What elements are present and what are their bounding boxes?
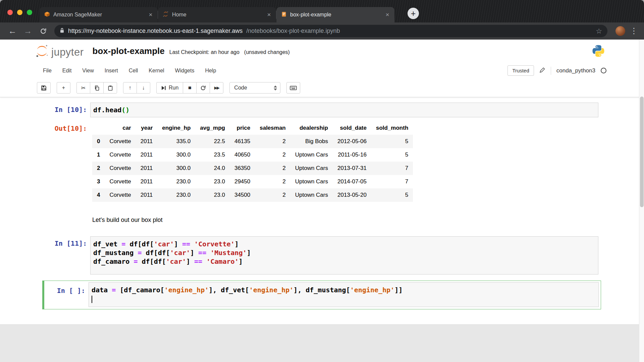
scrollbar-thumb[interactable] xyxy=(640,97,644,207)
tab-title: Amazon SageMaker xyxy=(53,12,144,18)
close-window-button[interactable] xyxy=(7,10,13,15)
jupyter-logo-text: jupyter xyxy=(51,46,84,58)
notebook-container: In [10]: df.head() Out[10]: caryearengin… xyxy=(0,97,644,324)
tab-amazon-sagemaker[interactable]: Amazon SageMaker × xyxy=(40,7,158,22)
save-button[interactable] xyxy=(37,82,51,94)
insert-cell-button[interactable]: + xyxy=(57,82,70,94)
menu-edit[interactable]: Edit xyxy=(57,68,77,74)
paste-cell-button[interactable] xyxy=(103,82,117,94)
code-cell-10[interactable]: In [10]: df.head() xyxy=(42,103,598,117)
browser-toolbar: ← → https://my-notebook-instance.noteboo… xyxy=(0,22,644,40)
tab-title: Home xyxy=(172,12,262,18)
tab-close-icon[interactable]: × xyxy=(147,11,154,18)
dataframe-table: caryearengine_hpavg_mpgpricesalesmandeal… xyxy=(92,121,413,202)
url-path-text: /notebooks/box-plot-example.ipynb xyxy=(246,27,340,35)
tab-title: box-plot-example xyxy=(290,12,380,18)
notebook-header: jupyter box-plot-example Last Checkpoint… xyxy=(0,40,644,62)
reload-button[interactable] xyxy=(36,28,51,35)
input-prompt: In [11]: xyxy=(42,236,90,275)
browser-window: Amazon SageMaker × Home × xyxy=(0,0,644,362)
cut-cell-button[interactable]: ✂ xyxy=(76,82,90,94)
command-palette-button[interactable] xyxy=(286,82,300,94)
bookmark-star-icon[interactable]: ☆ xyxy=(596,27,602,35)
lock-icon[interactable] xyxy=(60,27,64,35)
macos-desktop: Amazon SageMaker × Home × xyxy=(0,0,644,362)
checkpoint-text: Last Checkpoint: an hour ago xyxy=(169,49,239,55)
code-cell-11[interactable]: In [11]: df_vet = df[df['car'] == 'Corve… xyxy=(42,236,598,275)
python-logo-icon xyxy=(592,44,605,58)
forward-button[interactable]: → xyxy=(20,26,36,36)
menu-help[interactable]: Help xyxy=(200,68,221,74)
input-prompt: In [10]: xyxy=(42,103,90,117)
cell-type-value: Code xyxy=(234,85,247,91)
zoom-window-button[interactable] xyxy=(27,10,32,15)
run-label: Run xyxy=(169,85,178,91)
minimize-window-button[interactable] xyxy=(17,10,22,15)
menu-file[interactable]: File xyxy=(38,68,57,74)
jupyter-page: jupyter box-plot-example Last Checkpoint… xyxy=(0,40,644,362)
unsaved-changes-text: (unsaved changes) xyxy=(244,49,290,55)
interrupt-kernel-button[interactable]: ■ xyxy=(183,82,197,94)
menubar-right: Trusted conda_python3 xyxy=(507,65,606,76)
notebook-title-block: box-plot-example Last Checkpoint: an hou… xyxy=(93,46,290,56)
dropdown-arrows-icon xyxy=(274,85,277,90)
markdown-text: Let's build out our box plot xyxy=(90,217,598,224)
tab-jupyter-home[interactable]: Home × xyxy=(158,7,276,22)
move-cell-up-button[interactable]: ↑ xyxy=(123,82,137,94)
trusted-button[interactable]: Trusted xyxy=(507,65,534,76)
reload-icon xyxy=(40,28,47,35)
jupyter-planet-icon xyxy=(35,44,49,58)
menu-widgets[interactable]: Widgets xyxy=(170,68,200,74)
notebook-favicon xyxy=(281,11,287,18)
code-input-area[interactable]: df.head() xyxy=(90,103,598,117)
restart-kernel-button[interactable] xyxy=(196,82,210,94)
code-source: df_vet = df[df['car'] == 'Corvette']df_m… xyxy=(93,240,595,266)
page-background xyxy=(0,324,644,362)
input-prompt: In [ ]: xyxy=(44,282,89,307)
tab-close-icon[interactable]: × xyxy=(384,11,391,18)
profile-avatar[interactable] xyxy=(615,26,625,36)
separator xyxy=(551,67,551,75)
active-code-cell[interactable]: In [ ]: data = [df_camaro['engine_hp'], … xyxy=(42,281,601,309)
tab-box-plot-example[interactable]: box-plot-example × xyxy=(276,7,394,22)
copy-cell-button[interactable] xyxy=(90,82,104,94)
code-source: data = [df_camaro['engine_hp'], df_vet['… xyxy=(92,286,596,303)
notebook-menubar: File Edit View Insert Cell Kernel Widget… xyxy=(0,62,644,79)
jupyter-logo[interactable]: jupyter xyxy=(35,44,84,58)
markdown-prompt xyxy=(42,217,90,224)
new-tab-button[interactable]: + xyxy=(408,8,419,19)
output-area-10: Out[10]: caryearengine_hpavg_mpgpricesal… xyxy=(42,121,598,202)
move-cell-down-button[interactable]: ↓ xyxy=(137,82,150,94)
scrollbar-track[interactable] xyxy=(639,40,644,362)
browser-menu-icon[interactable]: ⋮ xyxy=(629,26,639,36)
kernel-idle-icon xyxy=(601,68,606,73)
tab-close-icon[interactable]: × xyxy=(265,11,273,18)
paste-icon xyxy=(108,85,113,91)
code-source: df.head() xyxy=(93,106,595,114)
menu-insert[interactable]: Insert xyxy=(99,68,123,74)
address-bar[interactable]: https://my-notebook-instance.notebook.us… xyxy=(54,25,607,37)
run-icon xyxy=(161,85,166,90)
code-input-area[interactable]: data = [df_camaro['engine_hp'], df_vet['… xyxy=(89,282,599,307)
markdown-cell[interactable]: Let's build out our box plot xyxy=(42,217,598,224)
restart-run-all-button[interactable]: ▶▶ xyxy=(210,82,223,94)
browser-tab-strip: Amazon SageMaker × Home × xyxy=(0,0,644,22)
back-button[interactable]: ← xyxy=(5,26,20,36)
jupyter-favicon xyxy=(163,11,169,18)
restart-icon xyxy=(200,85,206,91)
tab-list: Amazon SageMaker × Home × xyxy=(40,7,394,22)
sagemaker-favicon xyxy=(44,11,50,18)
save-icon xyxy=(41,85,47,91)
notebook-toolbar: + ✂ xyxy=(0,79,644,97)
run-button[interactable]: Run xyxy=(156,82,183,94)
copy-icon xyxy=(94,85,100,91)
cell-type-dropdown[interactable]: Code xyxy=(229,82,280,94)
edit-pencil-icon[interactable] xyxy=(539,67,545,74)
url-text: https://my-notebook-instance.notebook.us… xyxy=(68,27,243,35)
menu-cell[interactable]: Cell xyxy=(123,68,144,74)
menu-kernel[interactable]: Kernel xyxy=(143,68,169,74)
menu-view[interactable]: View xyxy=(77,68,99,74)
code-input-area[interactable]: df_vet = df[df['car'] == 'Corvette']df_m… xyxy=(90,236,598,275)
output-prompt: Out[10]: xyxy=(42,121,90,202)
notebook-title[interactable]: box-plot-example xyxy=(93,46,165,56)
